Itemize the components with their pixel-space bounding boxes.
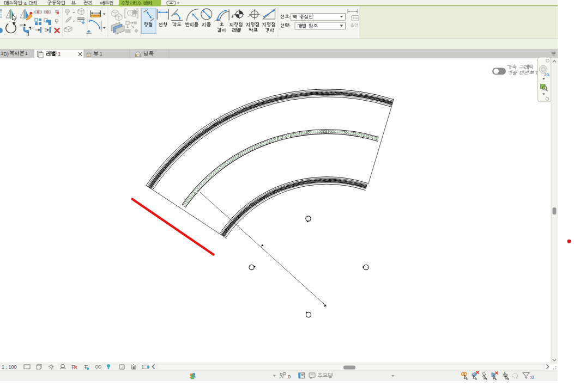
svg-text::: :	[289, 15, 291, 20]
svg-text::: :	[289, 23, 291, 28]
svg-text:1: 1	[25, 51, 28, 56]
svg-text:&: &	[24, 1, 27, 6]
svg-text:1: 1	[100, 51, 102, 57]
svg-text:1: 1	[58, 51, 61, 57]
svg-text::0: :0	[530, 374, 534, 380]
svg-text:1 : 100: 1 : 100	[2, 364, 17, 370]
svg-text:2D: 2D	[545, 73, 549, 77]
svg-text:3: 3	[1, 50, 3, 56]
svg-text::0: :0	[287, 374, 291, 379]
svg-text:D}: D}	[4, 51, 9, 57]
